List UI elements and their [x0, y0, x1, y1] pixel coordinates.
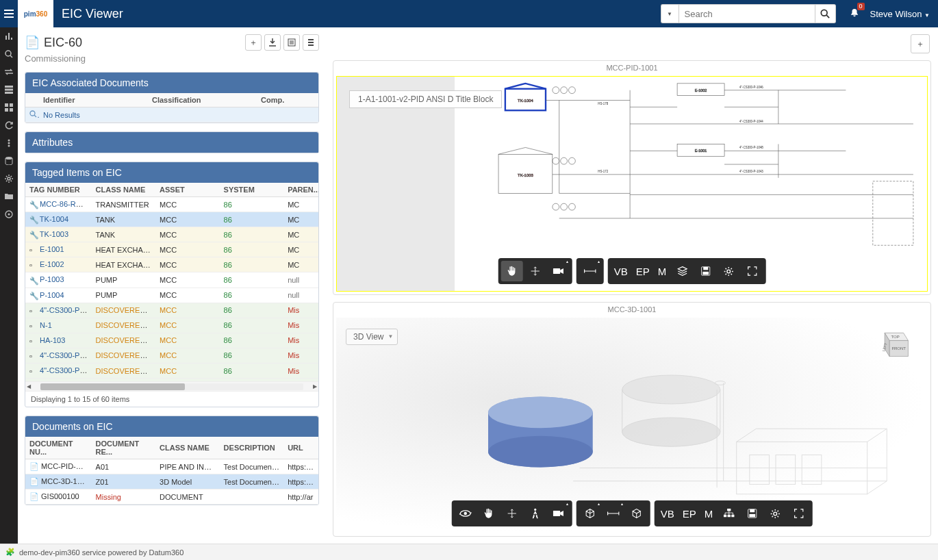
- search-button[interactable]: [815, 4, 836, 23]
- menu-toggle[interactable]: [0, 0, 18, 27]
- svg-point-0: [821, 10, 827, 16]
- logo: pim360: [18, 0, 53, 27]
- notif-count: 0: [857, 3, 865, 10]
- app-title: EIC Viewer: [62, 7, 123, 21]
- search-input[interactable]: [679, 4, 815, 23]
- user-menu[interactable]: Steve Wilson ▼: [870, 9, 930, 19]
- notifications-button[interactable]: 0: [850, 8, 859, 20]
- search-filter-dropdown[interactable]: ▼: [661, 4, 679, 23]
